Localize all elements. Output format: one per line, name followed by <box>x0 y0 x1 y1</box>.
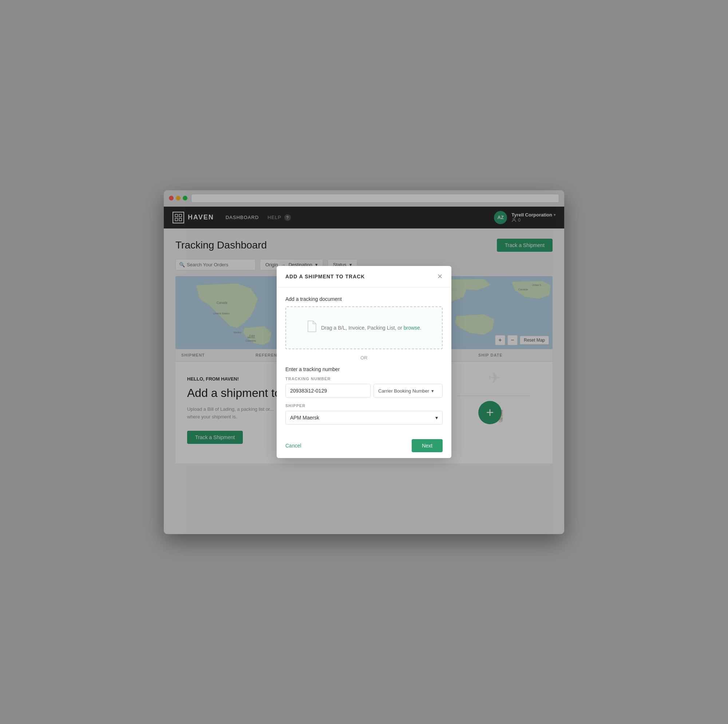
tracking-type-select[interactable]: Carrier Booking Number ▾ <box>373 384 443 398</box>
add-shipment-modal: ADD A SHIPMENT TO TRACK ✕ Add a tracking… <box>277 266 451 458</box>
shipper-select[interactable]: APM Maersk ▾ <box>285 411 443 425</box>
chevron-down-icon: ▾ <box>435 415 438 420</box>
drop-text: Drag a B/L, Invoice, Packing List, or br… <box>321 325 421 331</box>
or-divider: OR <box>285 355 443 360</box>
next-button[interactable]: Next <box>412 439 443 452</box>
modal-footer: Cancel Next <box>277 433 451 458</box>
modal-body: Add a tracking document Drag a B/L, Invo… <box>277 287 451 433</box>
modal-overlay[interactable]: ADD A SHIPMENT TO TRACK ✕ Add a tracking… <box>0 0 728 724</box>
modal-close-button[interactable]: ✕ <box>437 273 443 280</box>
enter-tracking-label: Enter a tracking number <box>285 367 443 372</box>
tracking-input-row: Carrier Booking Number ▾ <box>285 384 443 398</box>
chevron-down-icon: ▾ <box>431 388 434 394</box>
add-doc-label: Add a tracking document <box>285 296 443 302</box>
browse-link[interactable]: browse. <box>404 325 422 331</box>
tracking-number-label: TRACKING NUMBER <box>285 377 443 381</box>
document-icon <box>306 320 317 335</box>
modal-header: ADD A SHIPMENT TO TRACK ✕ <box>277 266 451 287</box>
tracking-number-input[interactable] <box>285 384 370 398</box>
cancel-button[interactable]: Cancel <box>285 440 301 452</box>
drop-zone[interactable]: Drag a B/L, Invoice, Packing List, or br… <box>285 306 443 349</box>
shipper-label: SHIPPER <box>285 403 443 408</box>
modal-title: ADD A SHIPMENT TO TRACK <box>285 273 365 280</box>
